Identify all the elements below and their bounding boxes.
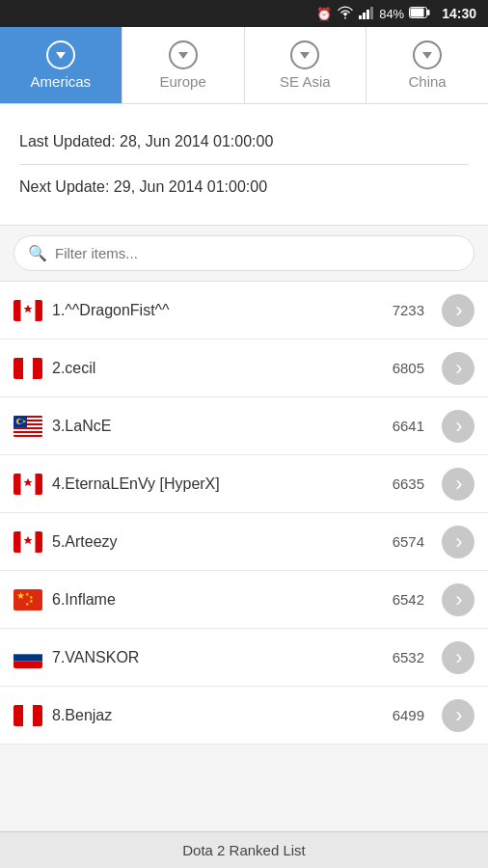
search-container: 🔍 bbox=[0, 226, 488, 282]
svg-marker-7 bbox=[56, 52, 66, 59]
flag-peru bbox=[14, 705, 42, 726]
list-item: 8.Benjaz 6499 bbox=[0, 687, 488, 745]
list-item: 3.LaNcE 6641 bbox=[0, 397, 488, 455]
player-detail-button[interactable] bbox=[442, 699, 474, 732]
status-bar: ⏰ 84% bbox=[0, 0, 488, 27]
player-score: 7233 bbox=[386, 302, 424, 318]
player-score: 6635 bbox=[386, 475, 424, 492]
search-box[interactable]: 🔍 bbox=[14, 235, 474, 271]
svg-rect-0 bbox=[359, 15, 362, 19]
svg-rect-14 bbox=[23, 358, 33, 379]
tab-se-asia-label: SE Asia bbox=[280, 73, 331, 90]
flag-peru bbox=[14, 358, 42, 379]
player-detail-button[interactable] bbox=[442, 294, 474, 327]
update-info: Last Updated: 28, Jun 2014 01:00:00 Next… bbox=[0, 104, 488, 226]
player-detail-button[interactable] bbox=[442, 641, 474, 674]
player-detail-button[interactable] bbox=[442, 468, 474, 501]
battery-icon bbox=[409, 7, 430, 21]
tab-europe-label: Europe bbox=[159, 73, 205, 90]
alarm-icon: ⏰ bbox=[316, 7, 332, 21]
svg-rect-25 bbox=[14, 433, 42, 435]
tab-bar: Americas Europe SE Asia China bbox=[0, 27, 488, 104]
list-item: 5.Arteezy 6574 bbox=[0, 513, 488, 571]
svg-text:★: ★ bbox=[16, 590, 25, 601]
player-name: 3.LaNcE bbox=[52, 418, 376, 435]
clock: 14:30 bbox=[442, 6, 476, 21]
flag-canada bbox=[14, 300, 42, 321]
svg-rect-3 bbox=[370, 7, 373, 19]
svg-rect-6 bbox=[411, 8, 424, 16]
svg-rect-1 bbox=[363, 13, 366, 19]
tab-china-icon bbox=[413, 41, 442, 69]
player-score: 6805 bbox=[386, 360, 424, 376]
flag-malaysia bbox=[14, 416, 42, 437]
svg-marker-10 bbox=[422, 52, 432, 59]
wifi-icon bbox=[337, 6, 354, 22]
tab-se-asia[interactable]: SE Asia bbox=[245, 27, 367, 103]
player-name: 7.VANSKOR bbox=[52, 649, 376, 666]
list-item: 2.cecil 6805 bbox=[0, 339, 488, 397]
tab-americas-icon bbox=[46, 41, 75, 69]
player-score: 6641 bbox=[386, 418, 424, 434]
svg-marker-8 bbox=[178, 52, 188, 59]
player-score: 6542 bbox=[386, 591, 424, 608]
status-icons: ⏰ 84% bbox=[316, 6, 430, 22]
player-name: 8.Benjaz bbox=[52, 707, 376, 724]
tab-se-asia-icon bbox=[290, 41, 319, 69]
player-name: 4.EternaLEnVy [HyperX] bbox=[52, 475, 376, 493]
player-list: 1.^^DragonFist^^ 7233 2.cecil 6805 bbox=[0, 282, 488, 745]
flag-russia bbox=[14, 647, 42, 668]
player-detail-button[interactable] bbox=[442, 526, 474, 558]
last-updated: Last Updated: 28, Jun 2014 01:00:00 bbox=[19, 120, 469, 165]
svg-rect-2 bbox=[366, 10, 369, 19]
svg-rect-45 bbox=[23, 705, 33, 726]
search-input[interactable] bbox=[55, 245, 460, 261]
player-score: 6532 bbox=[386, 649, 424, 665]
signal-icon bbox=[359, 6, 374, 22]
player-name: 6.Inflame bbox=[52, 591, 376, 609]
tab-europe-icon bbox=[169, 41, 198, 69]
player-name: 2.cecil bbox=[52, 360, 376, 377]
svg-rect-43 bbox=[14, 661, 42, 667]
svg-rect-22 bbox=[14, 427, 42, 429]
footer-label: Dota 2 Ranked List bbox=[182, 842, 306, 858]
list-item: ★ ★ ★ ★ ★ 6.Inflame 6542 bbox=[0, 571, 488, 629]
svg-rect-24 bbox=[14, 431, 42, 433]
tab-europe[interactable]: Europe bbox=[122, 27, 245, 103]
search-icon: 🔍 bbox=[28, 244, 47, 262]
footer: Dota 2 Ranked List bbox=[0, 831, 488, 868]
tab-americas-label: Americas bbox=[31, 73, 92, 90]
battery-percentage: 84% bbox=[379, 7, 404, 21]
svg-rect-42 bbox=[14, 654, 42, 661]
player-detail-button[interactable] bbox=[442, 410, 474, 443]
player-name: 1.^^DragonFist^^ bbox=[52, 302, 376, 319]
list-item: 7.VANSKOR 6532 bbox=[0, 629, 488, 687]
player-name: 5.Arteezy bbox=[52, 533, 376, 551]
tab-china-label: China bbox=[409, 73, 447, 90]
player-score: 6574 bbox=[386, 533, 424, 550]
svg-rect-5 bbox=[427, 10, 430, 15]
flag-canada bbox=[14, 531, 42, 553]
list-item: 4.EternaLEnVy [HyperX] 6635 bbox=[0, 455, 488, 513]
svg-rect-26 bbox=[14, 435, 42, 437]
tab-americas[interactable]: Americas bbox=[0, 27, 122, 103]
flag-canada bbox=[14, 474, 42, 495]
player-detail-button[interactable] bbox=[442, 352, 474, 385]
svg-marker-9 bbox=[300, 52, 310, 59]
list-item: 1.^^DragonFist^^ 7233 bbox=[0, 282, 488, 339]
svg-point-29 bbox=[18, 419, 22, 422]
player-score: 6499 bbox=[386, 707, 424, 723]
tab-china[interactable]: China bbox=[366, 27, 488, 103]
svg-rect-23 bbox=[14, 429, 42, 431]
flag-china: ★ ★ ★ ★ ★ bbox=[14, 589, 42, 610]
next-update: Next Update: 29, Jun 2014 01:00:00 bbox=[19, 165, 469, 209]
player-detail-button[interactable] bbox=[442, 583, 474, 616]
